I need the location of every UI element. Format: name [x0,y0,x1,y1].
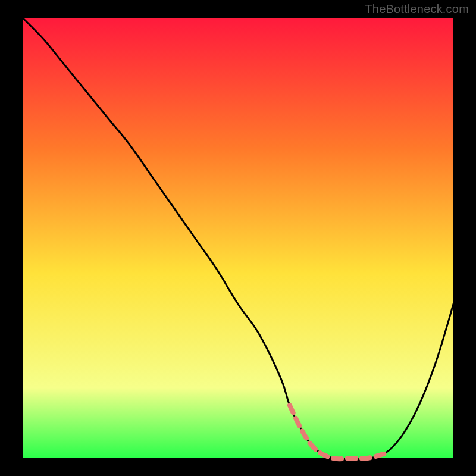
chart-stage: TheBottleneck.com [0,0,476,476]
bottleneck-chart [0,0,476,476]
watermark-text: TheBottleneck.com [365,2,469,16]
plot-background [23,18,453,458]
